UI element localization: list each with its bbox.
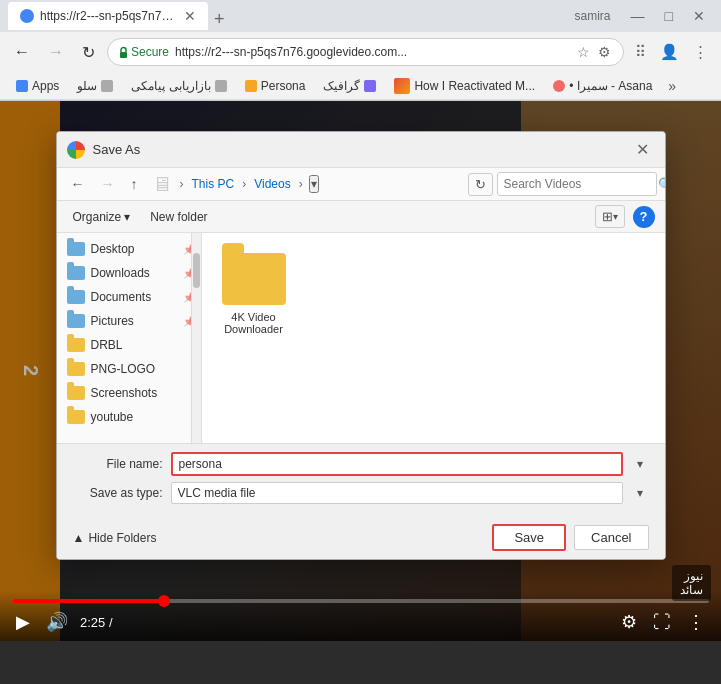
bookmark-bazaryabi[interactable]: بازاریابی پیامکی [123, 77, 234, 95]
sidebar-drbl-label: DRBL [91, 338, 123, 352]
breadcrumb-videos[interactable]: Videos [250, 175, 294, 193]
play-pause-button[interactable]: ▶ [12, 609, 34, 635]
sidebar-scrollbar-thumb[interactable] [193, 253, 200, 288]
save-button[interactable]: Save [492, 524, 566, 551]
settings-button[interactable]: ⚙ [617, 609, 641, 635]
sidebar-downloads-label: Downloads [91, 266, 150, 280]
more-bookmarks-button[interactable]: » [662, 76, 682, 96]
breadcrumb-sep2: › [242, 177, 246, 191]
cancel-button[interactable]: Cancel [574, 525, 648, 550]
bazaryabi-icon [215, 80, 227, 92]
view-button[interactable]: ⊞ ▾ [595, 205, 625, 228]
maximize-button[interactable]: □ [657, 6, 681, 26]
youtube-folder-icon [67, 410, 85, 424]
asana-icon [553, 80, 565, 92]
sidebar-scrollbar[interactable] [191, 233, 201, 443]
dialog-files-area: 4K VideoDownloader [202, 233, 665, 443]
watermark: نیوز سائد [672, 565, 711, 601]
filename-input[interactable] [171, 452, 623, 476]
slo-icon [101, 80, 113, 92]
video-progress-thumb[interactable] [158, 595, 170, 607]
tab-title: https://r2---sn-p5qs7n76... [40, 9, 174, 23]
watermark-line1: نیوز [680, 569, 703, 583]
active-tab[interactable]: https://r2---sn-p5qs7n76... ✕ [8, 2, 208, 30]
dialog-forward-button[interactable]: → [95, 173, 121, 195]
fullscreen-button[interactable]: ⛶ [649, 610, 675, 635]
pictures-folder-icon [67, 314, 85, 328]
new-folder-button[interactable]: New folder [144, 207, 213, 227]
bookmark-bazaryabi-label: بازاریابی پیامکی [131, 79, 210, 93]
filename-label: File name: [73, 457, 163, 471]
dialog-toolbar: Organize ▾ New folder ⊞ ▾ ? [57, 201, 665, 233]
sidebar-item-desktop[interactable]: Desktop [57, 237, 201, 261]
documents-folder-icon [67, 290, 85, 304]
volume-button[interactable]: 🔊 [42, 609, 72, 635]
breadcrumb-dropdown-button[interactable]: ▾ [309, 175, 319, 193]
address-bar[interactable]: Secure https://r2---sn-p5qs7n76.googlevi… [107, 38, 624, 66]
forward-button[interactable]: → [42, 39, 70, 65]
bookmark-asana-label: Asana - سمیرا • [569, 79, 652, 93]
sidebar-item-youtube[interactable]: youtube [57, 405, 201, 429]
svg-rect-0 [120, 52, 127, 58]
sidebar-item-pictures[interactable]: Pictures [57, 309, 201, 333]
minimize-button[interactable]: — [623, 6, 653, 26]
account-button[interactable]: 👤 [655, 40, 684, 64]
url-text[interactable]: https://r2---sn-p5qs7n76.googlevideo.com… [175, 45, 569, 59]
dialog-search-box[interactable]: 🔍 [497, 172, 657, 196]
sidebar-item-png-logo[interactable]: PNG-LOGO [57, 357, 201, 381]
dialog-back-button[interactable]: ← [65, 173, 91, 195]
video-progress-bar[interactable] [12, 599, 709, 603]
sidebar-documents-label: Documents [91, 290, 152, 304]
new-folder-label: New folder [150, 210, 207, 224]
view-arrow-icon: ▾ [613, 211, 618, 222]
more-options-button[interactable]: ⋮ [683, 609, 709, 635]
secure-label: Secure [131, 45, 169, 59]
organize-button[interactable]: Organize ▾ [67, 207, 137, 227]
title-bar: https://r2---sn-p5qs7n76... ✕ + samira —… [0, 0, 721, 32]
menu-button[interactable]: ⋮ [688, 40, 713, 64]
bookmark-slo[interactable]: سلو [69, 77, 121, 95]
dialog-refresh-button[interactable]: ↻ [468, 173, 493, 196]
bookmark-star-button[interactable]: ☆ [575, 42, 592, 62]
back-button[interactable]: ← [8, 39, 36, 65]
organize-label: Organize [73, 210, 122, 224]
filetype-label: Save as type: [73, 486, 163, 500]
tab-close-button[interactable]: ✕ [184, 8, 196, 24]
bookmark-graphic[interactable]: گرافیک [315, 77, 384, 95]
dialog-close-button[interactable]: ✕ [630, 138, 655, 161]
dialog-nav: ← → ↑ 🖥 › This PC › Videos › ▾ ↻ 🔍 [57, 168, 665, 201]
sidebar-item-downloads[interactable]: Downloads [57, 261, 201, 285]
sidebar-png-logo-label: PNG-LOGO [91, 362, 156, 376]
filetype-select[interactable]: VLC media file [171, 482, 623, 504]
sidebar-item-screenshots[interactable]: Screenshots [57, 381, 201, 405]
bookmark-asana[interactable]: Asana - سمیرا • [545, 77, 660, 95]
secure-icon: Secure [118, 45, 169, 59]
hide-folders-button[interactable]: ▲ Hide Folders [73, 531, 157, 545]
sidebar-item-documents[interactable]: Documents [57, 285, 201, 309]
dialog-up-button[interactable]: ↑ [125, 173, 144, 195]
bookmark-apps[interactable]: Apps [8, 77, 67, 95]
refresh-button[interactable]: ↻ [76, 39, 101, 66]
bookmark-apps-label: Apps [32, 79, 59, 93]
how-icon [394, 78, 410, 94]
extension-button[interactable]: ⚙ [596, 42, 613, 62]
bookmark-how[interactable]: How I Reactivated M... [386, 76, 543, 96]
close-button[interactable]: ✕ [685, 6, 713, 26]
new-tab-button[interactable]: + [208, 9, 231, 30]
dialog-chrome-icon [67, 141, 85, 159]
persona-icon [245, 80, 257, 92]
file-item-4k-downloader[interactable]: 4K VideoDownloader [218, 249, 290, 339]
video-time-display: 2:25 / [80, 615, 113, 630]
bookmark-persona[interactable]: Persona [237, 77, 314, 95]
sidebar-youtube-label: youtube [91, 410, 134, 424]
sidebar-item-drbl[interactable]: DRBL [57, 333, 201, 357]
sidebar-pictures-label: Pictures [91, 314, 134, 328]
breadcrumb-thispc[interactable]: This PC [188, 175, 239, 193]
desktop-folder-icon [67, 242, 85, 256]
extensions-button[interactable]: ⠿ [630, 40, 651, 64]
filetype-dropdown-button[interactable]: ▾ [631, 484, 649, 502]
dialog-search-input[interactable] [504, 177, 654, 191]
help-button[interactable]: ? [633, 206, 655, 228]
filename-dropdown-button[interactable]: ▾ [631, 455, 649, 473]
dialog-sidebar: Desktop Downloads Documents Pictures [57, 233, 202, 443]
